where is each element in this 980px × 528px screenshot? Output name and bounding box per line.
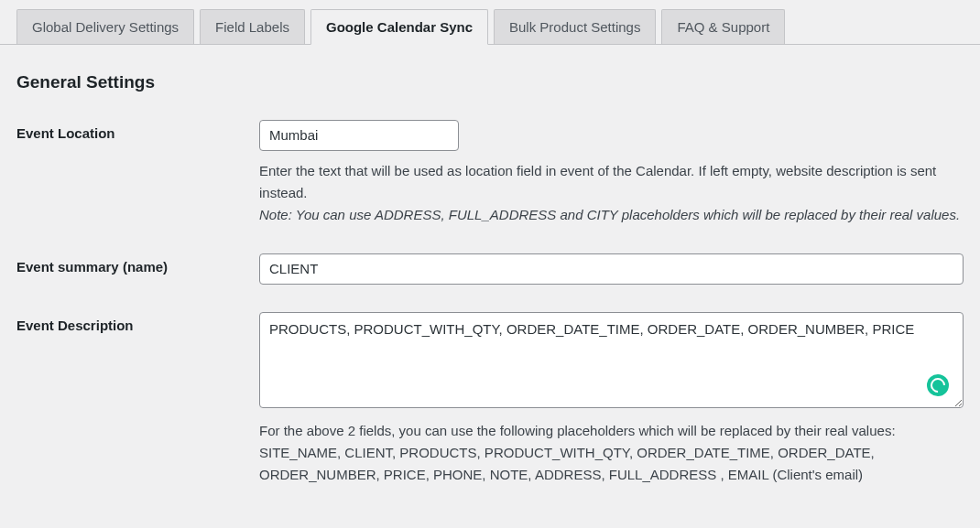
event-summary-label: Event summary (name) [16,253,259,275]
tab-global-delivery-settings[interactable]: Global Delivery Settings [16,9,194,44]
tab-bulk-product-settings[interactable]: Bulk Product Settings [494,9,656,44]
event-summary-input[interactable] [259,253,964,285]
tab-google-calendar-sync[interactable]: Google Calendar Sync [310,9,488,45]
event-description-row: Event Description PRODUCTS, PRODUCT_WITH… [16,312,964,486]
grammarly-icon[interactable] [927,374,949,396]
event-location-input[interactable] [259,120,459,151]
tab-faq-support[interactable]: FAQ & Support [661,9,785,44]
event-summary-row: Event summary (name) [16,253,964,285]
event-location-help: Enter the text that will be used as loca… [259,160,964,226]
event-description-help: For the above 2 fields, you can use the … [259,420,964,486]
event-location-help-text: Enter the text that will be used as loca… [259,163,936,200]
event-location-row: Event Location Enter the text that will … [16,120,964,226]
tab-field-labels[interactable]: Field Labels [200,9,305,44]
event-location-label: Event Location [16,120,259,141]
event-description-textarea[interactable]: PRODUCTS, PRODUCT_WITH_QTY, ORDER_DATE_T… [259,312,964,408]
event-description-label: Event Description [16,312,259,333]
section-title: General Settings [16,72,964,92]
tab-bar: Global Delivery Settings Field Labels Go… [0,0,980,45]
event-location-note: Note: You can use ADDRESS, FULL_ADDRESS … [259,207,960,222]
settings-content: General Settings Event Location Enter th… [0,45,980,528]
